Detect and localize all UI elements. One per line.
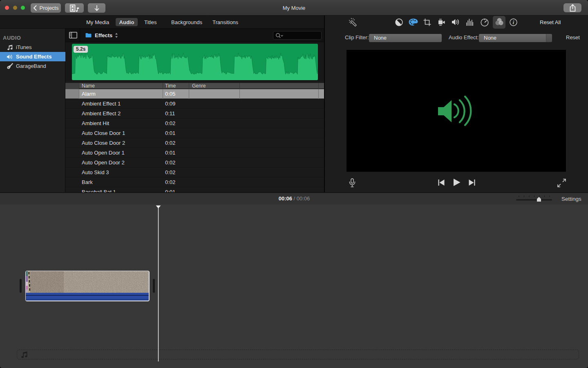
svg-text:i: i — [513, 20, 514, 25]
